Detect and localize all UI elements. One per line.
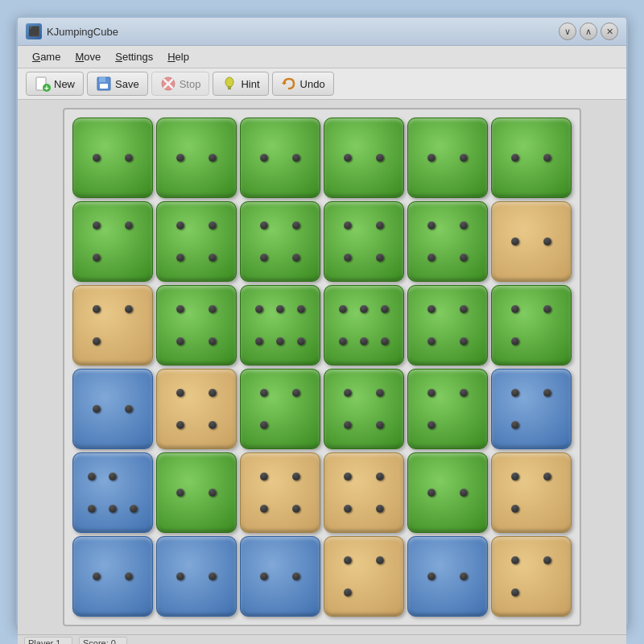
save-icon [96, 76, 112, 92]
undo-button[interactable]: Undo [272, 72, 334, 96]
menu-move-label: Move [75, 51, 101, 63]
cell-9[interactable] [324, 201, 404, 282]
cell-6[interactable] [72, 201, 153, 282]
cell-26[interactable] [240, 452, 320, 533]
hint-icon [221, 76, 237, 92]
window-title: KJumpingCube [47, 26, 118, 38]
stop-button[interactable]: Stop [151, 72, 210, 96]
undo-label: Undo [300, 78, 325, 90]
svg-point-9 [225, 77, 233, 87]
app-icon: ⬛ [26, 23, 42, 39]
menu-settings-label: Settings [115, 51, 153, 63]
menu-help[interactable]: Help [161, 48, 196, 65]
cell-8[interactable] [240, 201, 320, 282]
menu-move[interactable]: Move [68, 48, 107, 65]
cell-11[interactable] [491, 201, 572, 282]
cell-13[interactable] [156, 285, 237, 365]
close-button[interactable]: ✕ [601, 23, 618, 40]
cell-20[interactable] [240, 369, 320, 449]
cell-25[interactable] [156, 452, 237, 533]
minimize-button[interactable]: ∨ [559, 23, 576, 40]
cell-7[interactable] [156, 201, 237, 282]
hint-label: Hint [241, 78, 259, 90]
menu-settings[interactable]: Settings [109, 48, 159, 65]
cell-34[interactable] [407, 536, 488, 617]
maximize-button[interactable]: ∧ [580, 23, 597, 40]
title-bar: ⬛ KJumpingCube ∨ ∧ ✕ [18, 18, 626, 46]
cell-31[interactable] [156, 536, 237, 617]
cell-0[interactable] [72, 118, 153, 198]
stop-icon [160, 76, 176, 92]
menu-game-label: Game [32, 51, 60, 63]
status-score: Score: 0 [79, 637, 127, 644]
cell-28[interactable] [407, 452, 488, 533]
cell-24[interactable] [72, 452, 153, 533]
cell-29[interactable] [491, 452, 572, 533]
svg-rect-5 [100, 84, 108, 89]
hint-button[interactable]: Hint [213, 72, 268, 96]
game-grid [72, 118, 572, 617]
undo-icon [281, 76, 297, 92]
svg-rect-4 [99, 77, 105, 82]
svg-rect-11 [228, 89, 231, 90]
cell-15[interactable] [324, 285, 404, 365]
menu-bar: Game Move Settings Help [18, 46, 626, 68]
cell-21[interactable] [324, 369, 404, 449]
cell-17[interactable] [491, 285, 572, 365]
cell-2[interactable] [240, 118, 320, 198]
cell-33[interactable] [324, 536, 404, 617]
cell-12[interactable] [72, 285, 153, 365]
cell-27[interactable] [324, 452, 404, 533]
status-bar: Player 1 Score: 0 [18, 634, 626, 644]
cell-14[interactable] [240, 285, 320, 365]
toolbar: + New Save Stop [18, 68, 626, 100]
save-button[interactable]: Save [87, 72, 148, 96]
cell-19[interactable] [156, 369, 237, 449]
cell-3[interactable] [324, 118, 404, 198]
window-controls: ∨ ∧ ✕ [559, 23, 618, 40]
cell-30[interactable] [72, 536, 153, 617]
cell-22[interactable] [407, 369, 488, 449]
new-icon: + [35, 76, 51, 92]
status-player: Player 1 [24, 637, 72, 644]
cell-1[interactable] [156, 118, 237, 198]
svg-rect-10 [228, 86, 232, 88]
new-button[interactable]: + New [26, 72, 84, 96]
cell-4[interactable] [407, 118, 488, 198]
game-area [18, 100, 626, 634]
main-window: ⬛ KJumpingCube ∨ ∧ ✕ Game Move Settings … [16, 16, 628, 628]
cell-18[interactable] [72, 369, 153, 449]
cell-5[interactable] [491, 118, 572, 198]
stop-label: Stop [180, 78, 201, 90]
game-board-container [63, 108, 581, 626]
svg-text:+: + [44, 84, 49, 92]
menu-help-label: Help [167, 51, 189, 63]
cell-16[interactable] [407, 285, 488, 365]
cell-23[interactable] [491, 369, 572, 449]
menu-game[interactable]: Game [26, 48, 67, 65]
title-bar-left: ⬛ KJumpingCube [26, 23, 118, 39]
cell-10[interactable] [407, 201, 488, 282]
cell-32[interactable] [240, 536, 320, 617]
new-label: New [54, 78, 75, 90]
cell-35[interactable] [491, 536, 572, 617]
save-label: Save [115, 78, 139, 90]
